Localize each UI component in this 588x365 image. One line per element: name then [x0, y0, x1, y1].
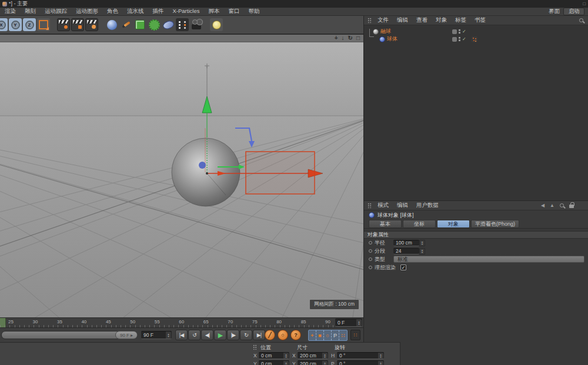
om-menu-view[interactable]: 查看	[416, 16, 427, 24]
prev-key-button[interactable]: ↺	[188, 330, 201, 340]
object-name[interactable]: 球体	[387, 35, 397, 43]
render-view-icon[interactable]	[57, 18, 70, 31]
goto-end-button[interactable]: ▶|	[253, 330, 265, 340]
record-pla-toggle[interactable]: ∷	[339, 330, 347, 340]
om-menu-tag[interactable]: 标签	[455, 16, 466, 24]
history-back-icon[interactable]: ◀	[541, 203, 544, 208]
menubar-item[interactable]: 运动图形	[76, 8, 98, 15]
am-menu-mode[interactable]: 模式	[377, 202, 389, 209]
sphere-object[interactable]	[172, 138, 240, 206]
lock-icon[interactable]	[569, 205, 574, 208]
am-menu-userdata[interactable]: 用户数据	[416, 202, 439, 209]
render-settings-icon[interactable]	[85, 18, 98, 31]
range-slider-handle[interactable]: 90 F▸	[115, 331, 138, 339]
gap[interactable]	[203, 18, 209, 31]
tab-coordinates[interactable]: 坐标	[403, 220, 436, 228]
tab-basic[interactable]: 基本	[369, 220, 402, 228]
menubar-item[interactable]: 帮助	[248, 8, 259, 15]
material-sphere-icon[interactable]	[105, 18, 118, 31]
gap[interactable]	[51, 18, 56, 31]
segments-input[interactable]: 24	[393, 248, 419, 255]
viewport-toggle-icon[interactable]: □	[356, 35, 360, 41]
om-menu-file[interactable]: 文件	[377, 16, 389, 24]
shell-icon[interactable]	[162, 18, 175, 31]
particle-tag-icon[interactable]	[472, 36, 477, 42]
om-menu-edit[interactable]: 编辑	[397, 16, 408, 24]
axis-y-lock-icon[interactable]: Y	[9, 18, 22, 31]
render-picture-viewer-icon[interactable]	[71, 18, 84, 31]
menubar-item[interactable]: X-Particles	[173, 8, 200, 15]
record-position-toggle[interactable]: +	[309, 330, 316, 340]
frame-stepper[interactable]: ▴▾	[356, 319, 362, 326]
origin-point[interactable]	[199, 162, 206, 169]
object-properties-header[interactable]: 对象属性	[364, 231, 588, 239]
size-x-input[interactable]: 200 cm▴▾	[298, 352, 328, 359]
green-cube-icon[interactable]	[133, 18, 146, 31]
om-menu-object[interactable]: 对象	[436, 16, 447, 24]
brush-icon[interactable]	[119, 18, 132, 31]
om-menu-bookmark[interactable]: 书签	[475, 16, 486, 24]
timeline-ruler[interactable]: 2530354045505560657075808590 0 F ▴▾	[0, 317, 363, 327]
ideal-render-checkbox[interactable]: ✓	[400, 264, 406, 270]
axis-z-lock-icon[interactable]: Z	[23, 18, 36, 31]
layer-box-icon[interactable]	[452, 37, 457, 42]
keyframe-dot-icon[interactable]	[369, 257, 372, 261]
menubar-item[interactable]: 渲染	[5, 8, 16, 15]
menubar-item[interactable]: 流水线	[127, 8, 144, 15]
search-icon[interactable]	[560, 203, 564, 207]
play-button[interactable]: ▶	[214, 330, 226, 340]
object-row-sphere[interactable]: 球体 ✓	[364, 35, 588, 43]
record-rotation-toggle[interactable]: ○	[324, 330, 332, 340]
tab-phong[interactable]: 平滑着色(Phong)	[471, 220, 519, 228]
menubar-item[interactable]: 脚本	[208, 8, 219, 15]
window-restore-icon[interactable]: □	[583, 1, 586, 6]
goto-start-button[interactable]: |◀	[175, 330, 188, 340]
radius-input[interactable]: 100 cm	[393, 240, 419, 246]
visibility-dots-icon[interactable]	[459, 29, 460, 34]
panel-grip-icon[interactable]	[368, 203, 372, 208]
keyframe-dot-icon[interactable]	[369, 266, 372, 269]
visibility-dots-icon[interactable]	[459, 36, 460, 42]
xpresso-icon[interactable]	[176, 18, 189, 31]
axis-x-lock-icon[interactable]: X	[0, 18, 8, 31]
rotation-p-input[interactable]: 0 °▴▾	[337, 360, 384, 365]
autokey-button[interactable]: ○	[278, 330, 288, 340]
type-dropdown[interactable]: 标准	[393, 256, 584, 263]
am-menu-edit[interactable]: 编辑	[397, 202, 408, 209]
segments-stepper[interactable]: ▴▾	[419, 248, 425, 255]
viewport-canvas[interactable]: 网格间距 : 100 cm	[0, 42, 363, 317]
viewport-zoom-icon[interactable]: ↓	[342, 35, 345, 41]
search-icon[interactable]	[579, 18, 583, 22]
object-name[interactable]: 融球	[380, 28, 391, 35]
size-y-input[interactable]: 200 cm▴▾	[298, 360, 328, 365]
next-frame-button[interactable]: |▶	[227, 330, 239, 340]
keyframe-dot-icon[interactable]	[369, 241, 372, 245]
panel-grip-icon[interactable]	[368, 18, 372, 23]
gap[interactable]	[99, 18, 105, 31]
timeline-options-button[interactable]: ∷	[350, 330, 360, 340]
record-keyframe-button[interactable]: ╱	[265, 330, 275, 340]
tab-object[interactable]: 对象	[437, 220, 470, 228]
viewport-rotate-icon[interactable]: ↻	[348, 35, 353, 41]
prev-frame-button[interactable]: ◀|	[201, 330, 213, 340]
menubar-item[interactable]: 雕刻	[25, 8, 36, 15]
menubar-item[interactable]: 角色	[107, 8, 118, 15]
viewport-move-icon[interactable]: +	[335, 35, 338, 41]
end-frame-stepper[interactable]: ▴▾	[166, 331, 171, 339]
rotation-h-input[interactable]: 0 °▴▾	[337, 352, 384, 359]
next-key-button[interactable]: ↻	[240, 330, 252, 340]
current-frame-field[interactable]: 0 F ▴▾	[335, 319, 362, 327]
record-parameter-toggle[interactable]: P	[332, 330, 339, 340]
keyframe-dot-icon[interactable]	[369, 249, 372, 253]
light-icon[interactable]	[210, 18, 223, 31]
menubar-item[interactable]: 运动跟踪	[45, 8, 67, 15]
camera-icon[interactable]	[190, 18, 203, 31]
record-scale-toggle[interactable]: ■	[316, 330, 324, 340]
panel-grip-icon[interactable]	[253, 344, 257, 350]
green-gear-icon[interactable]	[148, 18, 161, 31]
enable-check-icon[interactable]: ✓	[462, 36, 466, 42]
radius-stepper[interactable]: ▴▾	[419, 240, 425, 246]
menubar-item[interactable]: 窗口	[228, 8, 239, 15]
object-row-metaball[interactable]: 融球 ✓	[364, 28, 588, 35]
workplane-icon[interactable]	[37, 18, 50, 31]
